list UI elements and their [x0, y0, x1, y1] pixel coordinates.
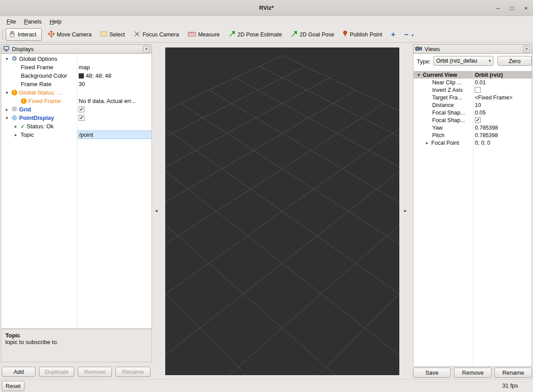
- tree-row-background-color[interactable]: Background Color 48; 48; 48: [1, 71, 151, 80]
- expander-closed-icon[interactable]: ▸: [13, 124, 19, 129]
- expander-closed-icon[interactable]: ▸: [424, 140, 430, 145]
- topic-value-cell[interactable]: /point: [77, 131, 152, 139]
- property-value[interactable]: map: [79, 64, 90, 71]
- green-arrow-icon: [229, 31, 235, 39]
- view-row-yaw[interactable]: Yaw 0.785398: [414, 124, 532, 131]
- view-row-pitch[interactable]: Pitch 0.785398: [414, 131, 532, 139]
- close-icon[interactable]: ×: [523, 46, 530, 52]
- expander-open-icon[interactable]: ▾: [4, 56, 10, 61]
- tree-row-point-display[interactable]: ▾ PointDisplay ✓: [1, 114, 151, 122]
- property-value[interactable]: 30: [79, 81, 85, 87]
- publish-point-tool[interactable]: Publish Point: [343, 31, 382, 39]
- minimize-icon[interactable]: –: [496, 5, 499, 12]
- view-row-current-view[interactable]: ▾ Current View Orbit (rviz): [414, 71, 532, 79]
- focus-camera-tool[interactable]: Focus Camera: [134, 31, 179, 39]
- property-name: Background Color: [21, 72, 67, 79]
- views-icon: [415, 46, 422, 52]
- property-value[interactable]: 0.785398: [475, 132, 498, 139]
- background-color-swatch[interactable]: [79, 73, 84, 79]
- property-value[interactable]: <Fixed Frame>: [475, 95, 513, 101]
- menu-help[interactable]: Help: [46, 17, 66, 26]
- property-value[interactable]: /point: [79, 131, 93, 138]
- view-type-dropdown[interactable]: Orbit (rviz_defau ▾: [434, 56, 493, 66]
- property-name: Distance: [432, 102, 454, 108]
- select-tool[interactable]: Select: [100, 31, 125, 38]
- move-camera-icon: [48, 31, 55, 39]
- property-value[interactable]: 10: [475, 102, 481, 108]
- interact-tool-label: Interact: [18, 32, 36, 38]
- remove-tool-button[interactable]: − ▾: [404, 31, 414, 39]
- displays-icon: [3, 46, 9, 53]
- views-remove-button[interactable]: Remove: [454, 368, 492, 378]
- goal-pose-tool[interactable]: 2D Goal Pose: [291, 31, 334, 39]
- point-display-enabled-checkbox[interactable]: ✓: [79, 115, 84, 121]
- view-row-distance[interactable]: Distance 10: [414, 101, 532, 109]
- pose-estimate-tool[interactable]: 2D Pose Estimate: [229, 31, 282, 39]
- maximize-icon[interactable]: □: [510, 5, 514, 12]
- focal-shape-checkbox[interactable]: ✓: [475, 117, 481, 123]
- tree-row-global-options[interactable]: ▾ Global Options: [1, 55, 151, 63]
- view-row-near-clip[interactable]: Near Clip ... 0.01: [414, 79, 532, 86]
- map-pin-icon: [343, 31, 347, 39]
- add-tool-button[interactable]: +: [391, 31, 395, 39]
- menu-bar: File Panels Help: [0, 16, 533, 27]
- expander-open-icon[interactable]: ▾: [416, 72, 422, 77]
- displays-panel-header[interactable]: Displays ×: [1, 44, 152, 54]
- property-value: No tf data. Actual err...: [79, 98, 136, 104]
- expander-open-icon[interactable]: ▾: [4, 115, 10, 120]
- property-value[interactable]: 0.05: [475, 110, 485, 116]
- view-row-invert-z[interactable]: Invert Z Axis: [414, 86, 532, 94]
- expander-open-icon[interactable]: ▾: [4, 90, 10, 95]
- view-row-target-frame[interactable]: Target Fra... <Fixed Frame>: [414, 94, 532, 101]
- tree-row-frame-rate[interactable]: Frame Rate 30: [1, 80, 151, 88]
- point-display-icon: [12, 115, 17, 121]
- views-rename-button[interactable]: Rename: [494, 368, 532, 378]
- chevron-down-icon[interactable]: ▾: [412, 33, 414, 39]
- toolbar-drag-handle[interactable]: [2, 30, 4, 40]
- displays-tree: ▾ Global Options Fixed Frame map Backgro…: [1, 54, 152, 329]
- tree-row-topic[interactable]: ▸ Topic /point: [1, 131, 151, 139]
- zero-button[interactable]: Zero: [497, 56, 532, 66]
- window-title: RViz*: [259, 4, 274, 11]
- close-icon[interactable]: ×: [143, 46, 150, 52]
- interact-tool-button[interactable]: Interact: [6, 28, 42, 41]
- property-name: Frame Rate: [21, 81, 52, 87]
- menu-panels[interactable]: Panels: [20, 17, 46, 26]
- move-camera-tool[interactable]: Move Camera: [48, 31, 92, 39]
- property-value[interactable]: 48; 48; 48: [86, 72, 111, 79]
- collapse-left-panel-icon[interactable]: ◂: [155, 208, 158, 214]
- chevron-down-icon: ▾: [489, 59, 491, 63]
- status-bar: Reset 31 fps: [0, 379, 533, 392]
- measure-label: Measure: [198, 32, 220, 38]
- tree-row-grid[interactable]: ▸ Grid ✓: [1, 105, 151, 114]
- close-icon[interactable]: ×: [524, 5, 528, 12]
- property-value[interactable]: 0.785398: [475, 125, 498, 131]
- expander-closed-icon[interactable]: ▸: [13, 132, 19, 137]
- tree-row-global-status[interactable]: ▾ ! Global Status: ...: [1, 88, 151, 97]
- grid-enabled-checkbox[interactable]: ✓: [79, 107, 84, 112]
- expander-closed-icon[interactable]: ▸: [4, 107, 10, 112]
- tree-row-status-fixed-frame[interactable]: ! Fixed Frame No tf data. Actual err...: [1, 97, 151, 105]
- measure-tool[interactable]: Measure: [188, 32, 220, 38]
- property-name: Pitch: [432, 132, 445, 139]
- title-bar[interactable]: RViz* – □ ×: [0, 0, 533, 16]
- viewport[interactable]: [165, 48, 399, 375]
- add-button[interactable]: Add: [2, 367, 36, 377]
- tree-row-status-ok[interactable]: ▸ ✓ Status: Ok: [1, 122, 151, 131]
- window-controls: – □ ×: [496, 0, 528, 16]
- menu-file[interactable]: File: [3, 17, 20, 26]
- views-panel-header[interactable]: Views ×: [413, 44, 532, 54]
- collapse-right-panel-icon[interactable]: ▸: [404, 208, 407, 214]
- focus-camera-label: Focus Camera: [143, 32, 179, 38]
- property-help-box: Topic topic to subscribe to.: [1, 329, 152, 362]
- invert-z-checkbox[interactable]: [475, 87, 481, 93]
- property-value[interactable]: 0; 0; 0: [475, 140, 490, 146]
- save-button[interactable]: Save: [413, 368, 451, 378]
- view-row-focal-shape-size[interactable]: Focal Shap... 0.05: [414, 109, 532, 116]
- view-row-focal-point[interactable]: ▸ Focal Point 0; 0; 0: [414, 139, 532, 147]
- property-name: Grid: [19, 106, 31, 113]
- reset-button[interactable]: Reset: [2, 381, 24, 391]
- tree-row-fixed-frame[interactable]: Fixed Frame map: [1, 63, 151, 71]
- view-row-focal-shape-fixed[interactable]: Focal Shap... ✓: [414, 116, 532, 124]
- property-value[interactable]: 0.01: [475, 79, 485, 86]
